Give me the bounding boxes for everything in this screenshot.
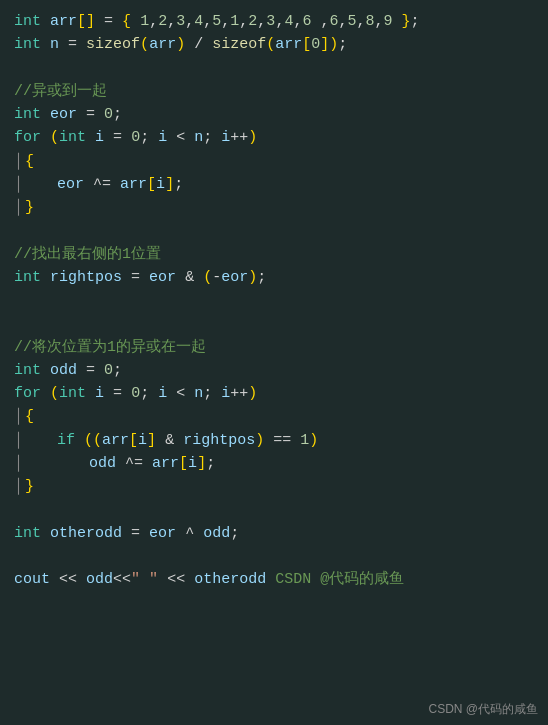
code-line: │{ — [14, 405, 534, 428]
code-line: int odd = 0; — [14, 359, 534, 382]
code-line — [14, 289, 534, 312]
code-line: │eor ^= arr[i]; — [14, 173, 534, 196]
code-line: int otherodd = eor ^ odd; — [14, 522, 534, 545]
code-line: │} — [14, 196, 534, 219]
code-line: │if ((arr[i] & rightpos) == 1) — [14, 429, 534, 452]
watermark: CSDN @代码的咸鱼 — [428, 700, 538, 719]
code-line: int n = sizeof(arr) / sizeof(arr[0]); — [14, 33, 534, 56]
code-line: //将次位置为1的异或在一起 — [14, 336, 534, 359]
code-container: int arr[] = { 1,2,3,4,5,1,2,3,4,6 ,6,5,8… — [0, 0, 548, 725]
code-line — [14, 498, 534, 521]
code-line: │} — [14, 475, 534, 498]
code-line — [14, 57, 534, 80]
code-line: cout << odd<<" " << otherodd CSDN @代码的咸鱼 — [14, 568, 534, 591]
code-line — [14, 219, 534, 242]
code-line: int eor = 0; — [14, 103, 534, 126]
code-line: │odd ^= arr[i]; — [14, 452, 534, 475]
code-line — [14, 545, 534, 568]
code-line — [14, 312, 534, 335]
code-line: for (int i = 0; i < n; i++) — [14, 382, 534, 405]
code-line: //找出最右侧的1位置 — [14, 243, 534, 266]
code-line: int arr[] = { 1,2,3,4,5,1,2,3,4,6 ,6,5,8… — [14, 10, 534, 33]
code-line: int rightpos = eor & (-eor); — [14, 266, 534, 289]
code-line: │{ — [14, 150, 534, 173]
code-line: //异或到一起 — [14, 80, 534, 103]
code-line: for (int i = 0; i < n; i++) — [14, 126, 534, 149]
